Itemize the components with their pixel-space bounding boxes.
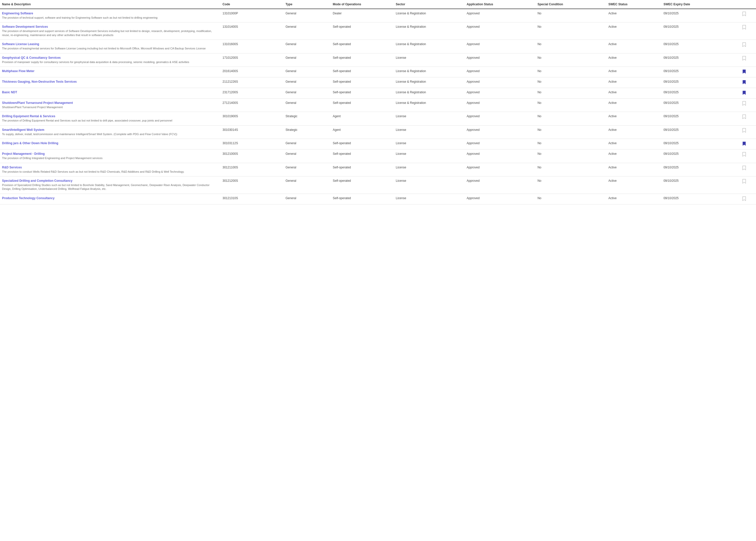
- item-swec-status: Active: [606, 22, 661, 40]
- bookmark-empty-icon: [742, 198, 746, 202]
- item-bookmark[interactable]: [732, 139, 756, 150]
- item-swec-expiry: 09/10/2025: [661, 22, 732, 40]
- item-mode: Self-operated: [331, 194, 394, 204]
- item-sector: License: [394, 194, 465, 204]
- item-name-link[interactable]: Project Management - Drilling: [2, 152, 218, 156]
- item-name-link[interactable]: Software Development Services: [2, 25, 218, 29]
- table-row: Thickness Gauging, Non-Destructive Tests…: [0, 77, 756, 88]
- item-special-condition: No: [536, 88, 606, 98]
- item-bookmark[interactable]: [732, 77, 756, 88]
- item-type: General: [283, 194, 331, 204]
- table-row: Engineering SoftwareThe provision of tec…: [0, 9, 756, 22]
- table-row: Smart/Intelligent Well SystemTo supply, …: [0, 125, 756, 139]
- item-mode: Self-operated: [331, 176, 394, 194]
- item-swec-expiry: 09/10/2025: [661, 176, 732, 194]
- services-table: Name & Description Code Type Mode of Ope…: [0, 0, 756, 205]
- item-name-link[interactable]: Smart/Intelligent Well System: [2, 128, 218, 132]
- item-description: Provision of manpower supply for consult…: [2, 61, 189, 64]
- item-swec-expiry: 09/10/2025: [661, 98, 732, 112]
- table-row: Basic NDT23171200SGeneralSelf-operatedLi…: [0, 88, 756, 98]
- item-bookmark[interactable]: [732, 125, 756, 139]
- item-code: 30103112S: [220, 139, 283, 150]
- item-code: 20161400S: [220, 67, 283, 77]
- item-name-link[interactable]: Basic NDT: [2, 91, 218, 94]
- bookmark-empty-icon: [742, 167, 746, 171]
- item-bookmark[interactable]: [732, 9, 756, 22]
- item-swec-status: Active: [606, 53, 661, 67]
- table-body: Engineering SoftwareThe provision of tec…: [0, 9, 756, 204]
- item-code: 23171200S: [220, 88, 283, 98]
- item-sector: License & Registration: [394, 77, 465, 88]
- item-bookmark[interactable]: [732, 88, 756, 98]
- item-swec-expiry: 09/10/2025: [661, 77, 732, 88]
- item-bookmark[interactable]: [732, 176, 756, 194]
- item-name-link[interactable]: Drilling Equipment Rental & Services: [2, 115, 218, 118]
- item-name-link[interactable]: Drilling jars & Other Down Hole Drilling: [2, 142, 218, 145]
- item-swec-expiry: 09/10/2025: [661, 139, 732, 150]
- item-description: The provision of Drilling Equipment Rent…: [2, 119, 173, 122]
- item-special-condition: No: [536, 53, 606, 67]
- item-bookmark[interactable]: [732, 22, 756, 40]
- table-row: Specialized Drilling and Completion Cons…: [0, 176, 756, 194]
- bookmark-empty-icon: [742, 103, 746, 106]
- item-type: General: [283, 98, 331, 112]
- item-sector: License & Registration: [394, 98, 465, 112]
- item-bookmark[interactable]: [732, 194, 756, 204]
- item-name-link[interactable]: Thickness Gauging, Non-Destructive Tests…: [2, 80, 218, 83]
- item-mode: Self-operated: [331, 53, 394, 67]
- services-table-container: Name & Description Code Type Mode of Ope…: [0, 0, 756, 205]
- item-mode: Self-operated: [331, 98, 394, 112]
- item-app-status: Approved: [465, 88, 536, 98]
- bookmark-filled-icon: [742, 82, 746, 85]
- item-name-link[interactable]: R&D Services: [2, 166, 218, 169]
- table-row: Geophysical QC & Consultancy ServicesPro…: [0, 53, 756, 67]
- item-mode: Self-operated: [331, 150, 394, 163]
- item-mode: Self-operated: [331, 77, 394, 88]
- table-row: R&D ServicesThe provision to conduct Wel…: [0, 163, 756, 176]
- item-mode: Agent: [331, 112, 394, 125]
- item-special-condition: No: [536, 194, 606, 204]
- table-row: Multiphase Flow Meter20161400SGeneralSel…: [0, 67, 756, 77]
- item-sector: License: [394, 163, 465, 176]
- item-app-status: Approved: [465, 194, 536, 204]
- item-bookmark[interactable]: [732, 98, 756, 112]
- item-special-condition: No: [536, 77, 606, 88]
- item-type: General: [283, 67, 331, 77]
- item-name-link[interactable]: Production Technology Consultancy: [2, 197, 218, 200]
- item-bookmark[interactable]: [732, 112, 756, 125]
- item-name-link[interactable]: Multiphase Flow Meter: [2, 69, 218, 73]
- item-swec-expiry: 09/10/2025: [661, 9, 732, 22]
- item-sector: License: [394, 112, 465, 125]
- item-bookmark[interactable]: [732, 40, 756, 53]
- item-app-status: Approved: [465, 67, 536, 77]
- item-special-condition: No: [536, 176, 606, 194]
- item-bookmark[interactable]: [732, 150, 756, 163]
- item-app-status: Approved: [465, 125, 536, 139]
- item-swec-expiry: 09/10/2025: [661, 194, 732, 204]
- item-bookmark[interactable]: [732, 67, 756, 77]
- table-row: Production Technology Consultancy3012131…: [0, 194, 756, 204]
- item-swec-status: Active: [606, 67, 661, 77]
- item-type: General: [283, 139, 331, 150]
- item-swec-expiry: 09/10/2025: [661, 125, 732, 139]
- item-name-link[interactable]: Engineering Software: [2, 12, 218, 15]
- item-swec-status: Active: [606, 9, 661, 22]
- item-description: The provision of development and support…: [2, 30, 212, 36]
- item-mode: Self-operated: [331, 40, 394, 53]
- table-row: Software Development ServicesThe provisi…: [0, 22, 756, 40]
- item-name-link[interactable]: Shutdown/Plant Turnaround Project Manage…: [2, 101, 218, 105]
- item-code: 30103014S: [220, 125, 283, 139]
- item-app-status: Approved: [465, 40, 536, 53]
- item-name-link[interactable]: Software License Leasing: [2, 42, 218, 46]
- item-bookmark[interactable]: [732, 163, 756, 176]
- item-bookmark[interactable]: [732, 53, 756, 67]
- item-name-link[interactable]: Geophysical QC & Consultancy Services: [2, 56, 218, 60]
- item-name-link[interactable]: Specialized Drilling and Completion Cons…: [2, 179, 218, 183]
- header-app-status: Application Status: [465, 0, 536, 9]
- header-sector: Sector: [394, 0, 465, 9]
- table-row: Software License LeasingThe provision of…: [0, 40, 756, 53]
- item-type: General: [283, 77, 331, 88]
- item-sector: License & Registration: [394, 22, 465, 40]
- item-app-status: Approved: [465, 77, 536, 88]
- header-name: Name & Description: [0, 0, 220, 9]
